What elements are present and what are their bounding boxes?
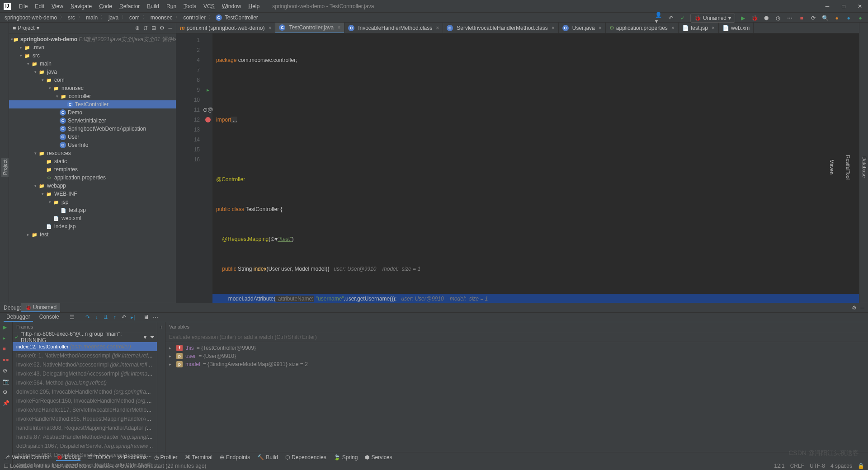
menu-tools[interactable]: Tools: [180, 1, 200, 11]
services-tab[interactable]: ⬢Services: [365, 454, 392, 461]
nav-icon[interactable]: ⊙@: [203, 107, 213, 113]
breakpoint-icon[interactable]: [205, 117, 211, 122]
step-over-icon[interactable]: ↷: [84, 313, 92, 321]
close-tab-icon[interactable]: ×: [671, 25, 675, 31]
frame-item[interactable]: doInvoke:205, InvocableHandlerMethod (or…: [13, 387, 157, 396]
editor-tab[interactable]: CTestController.java×: [275, 23, 344, 33]
evaluate-input[interactable]: Evaluate expression (Enter) or add a wat…: [165, 332, 868, 342]
checkmark-icon[interactable]: ✓: [679, 14, 687, 22]
attach-icon[interactable]: ⋯: [786, 14, 794, 22]
run-config-selector[interactable]: 🐞 Unnamed ▾: [690, 14, 735, 23]
build-tab[interactable]: 🔨Build: [257, 454, 278, 461]
database-tab[interactable]: Database: [861, 155, 868, 179]
trace-icon[interactable]: ⋯: [151, 313, 160, 321]
hide-icon[interactable]: ─: [168, 25, 172, 31]
editor-tab[interactable]: mpom.xml (springboot-web-demo)×: [176, 23, 275, 33]
resume-icon[interactable]: ▸: [3, 335, 10, 342]
breadcrumb-item[interactable]: com: [128, 14, 141, 21]
settings-icon[interactable]: ⚙: [3, 389, 10, 396]
vars-list[interactable]: ▸fthis= {TestController@9909}▸puser= {Us…: [165, 342, 868, 470]
coverage-icon[interactable]: ⬢: [762, 14, 770, 22]
menu-window[interactable]: Window: [218, 1, 245, 11]
menu-vcs[interactable]: VCS: [200, 1, 218, 11]
stop-icon[interactable]: ■: [3, 346, 10, 353]
close-tab-icon[interactable]: ×: [599, 25, 602, 31]
problems-tab[interactable]: ⊘Problems: [118, 454, 147, 461]
expand-icon[interactable]: ⇵: [143, 25, 148, 31]
collapse-icon[interactable]: ⊟: [151, 25, 156, 31]
breadcrumb-item[interactable]: controller: [182, 14, 206, 21]
maven-tab[interactable]: Maven: [828, 158, 835, 176]
menu-navigate[interactable]: Navigate: [67, 1, 95, 11]
project-view-selector[interactable]: ■Project▾: [13, 25, 39, 31]
user-icon[interactable]: 👤▾: [655, 14, 663, 22]
filter-icon[interactable]: ⏷: [150, 334, 155, 340]
close-tab-icon[interactable]: ×: [337, 24, 340, 31]
editor-tab[interactable]: CServletInvocableHandlerMethod.class×: [443, 23, 558, 33]
run-gutter-icon[interactable]: ▸: [207, 87, 209, 93]
editor-tab[interactable]: ⚙application.properties×: [606, 23, 679, 33]
endpoints-tab[interactable]: ⊕Endpoints: [220, 454, 250, 461]
run-icon[interactable]: ▶: [739, 14, 747, 22]
gear-icon[interactable]: ⚙: [160, 25, 165, 31]
breadcrumb-item[interactable]: TestController: [224, 14, 259, 21]
hide-icon[interactable]: ─: [860, 305, 864, 311]
frame-item[interactable]: invoke0:-1, NativeMethodAccessorImpl (jd…: [13, 351, 157, 360]
rerun-icon[interactable]: ▶: [3, 324, 10, 331]
version-control-tab[interactable]: ⎇Version Control: [4, 454, 49, 461]
circle-icon[interactable]: ●: [844, 14, 853, 22]
minimize-icon[interactable]: ─: [823, 2, 832, 11]
stop-icon[interactable]: ■: [797, 14, 806, 22]
terminal-tab[interactable]: ⌘Terminal: [185, 454, 212, 461]
frame-item[interactable]: index:12, TestController (com.moonsec.co…: [13, 342, 157, 351]
profiler-tab[interactable]: ◷Profiler: [154, 454, 178, 461]
back-icon[interactable]: ↶: [667, 14, 675, 22]
menu-edit[interactable]: Edit: [31, 1, 48, 11]
indent[interactable]: 4 spaces: [830, 463, 852, 469]
close-tab-icon[interactable]: ×: [552, 25, 555, 31]
project-tree[interactable]: ▾📁springboot-web-demo F:\暗月\2021\java安全\…: [9, 33, 176, 303]
spring-tab[interactable]: 🍃Spring: [334, 454, 358, 461]
todo-tab[interactable]: ☰TODO: [88, 454, 110, 461]
circle-icon[interactable]: ●: [856, 14, 864, 22]
step-into-icon[interactable]: ↓: [93, 313, 101, 321]
project-tab[interactable]: Project: [1, 158, 9, 177]
code-editor[interactable]: 12478910111213141516 ▸ ⊙@ package com.mo…: [176, 33, 859, 303]
breadcrumb-item[interactable]: moonsec: [150, 14, 174, 21]
run-to-cursor-icon[interactable]: ▸|: [129, 313, 137, 321]
editor-tab[interactable]: 📄web.xm: [719, 23, 754, 33]
editor-tab[interactable]: 📄test.jsp×: [679, 23, 719, 33]
profile-icon[interactable]: ◷: [774, 14, 782, 22]
breadcrumb-item[interactable]: src: [67, 14, 76, 21]
menu-code[interactable]: Code: [95, 1, 116, 11]
restfultool-tab[interactable]: RestfulTool: [844, 153, 852, 181]
threads-icon[interactable]: ☰: [68, 313, 76, 321]
close-tab-icon[interactable]: ×: [436, 25, 439, 31]
var-item[interactable]: ▸fthis= {TestController@9909}: [165, 344, 868, 352]
frame-item[interactable]: invoke:43, DelegatingMethodAccessorImpl …: [13, 369, 157, 378]
breadcrumb-item[interactable]: main: [85, 14, 99, 21]
frame-item[interactable]: handleInternal:808, RequestMappingHandle…: [13, 423, 157, 432]
frame-item[interactable]: invokeForRequest:150, InvocableHandlerMe…: [13, 396, 157, 405]
debug-tab[interactable]: 🐞Debug: [56, 454, 80, 461]
add-icon[interactable]: +: [160, 324, 163, 330]
force-step-icon[interactable]: ⇊: [102, 313, 110, 321]
frame-item[interactable]: doDispatch:1067, DispatcherServlet (org.…: [13, 442, 157, 451]
var-item[interactable]: ▸puser= {User@9910}: [165, 352, 868, 360]
update-icon[interactable]: ⟳: [809, 14, 817, 22]
gear-icon[interactable]: ⚙: [852, 305, 857, 311]
dependencies-tab[interactable]: ⬡Dependencies: [285, 454, 326, 461]
close-icon[interactable]: ✕: [855, 2, 864, 11]
editor-tab[interactable]: CUser.java×: [559, 23, 606, 33]
breakpoints-icon[interactable]: ●●: [3, 357, 10, 364]
drop-frame-icon[interactable]: ↶: [120, 313, 128, 321]
line-separator[interactable]: CRLF: [790, 463, 804, 469]
frame-item[interactable]: handle:87, AbstractHandlerMethodAdapter …: [13, 432, 157, 442]
mute-icon[interactable]: ⊘: [3, 367, 10, 375]
thread-selector[interactable]: ✓"http-nio-8080-exec-6"@...n group "main…: [13, 332, 157, 342]
get-thread-icon[interactable]: 📷: [3, 378, 10, 385]
select-opened-icon[interactable]: ⊕: [135, 25, 140, 31]
breadcrumb-item[interactable]: java: [108, 14, 119, 21]
frame-item[interactable]: invokeHandlerMethod:895, RequestMappingH…: [13, 414, 157, 423]
frame-item[interactable]: invoke:62, NativeMethodAccessorImpl (jdk…: [13, 360, 157, 369]
